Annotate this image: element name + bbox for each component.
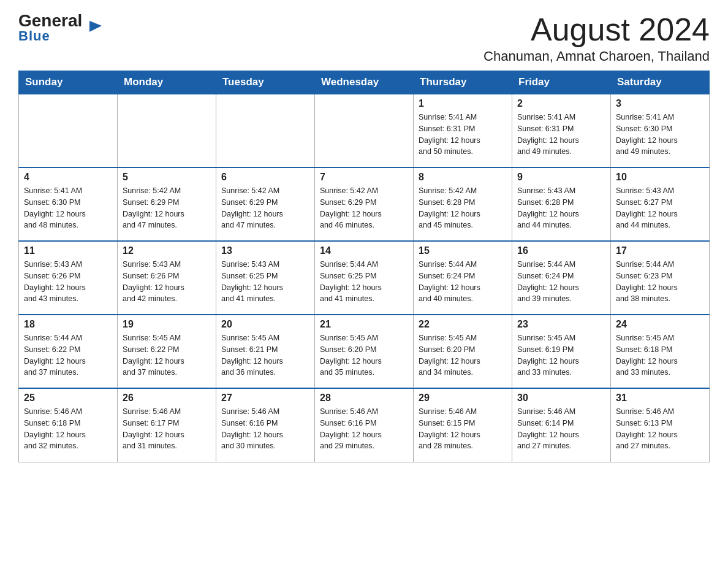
location-title: Chanuman, Amnat Charoen, Thailand [483, 48, 710, 64]
day-number: 5 [123, 172, 211, 183]
day-number: 17 [616, 245, 704, 256]
col-header-thursday: Thursday [414, 71, 512, 94]
calendar-cell: 1Sunrise: 5:41 AMSunset: 6:31 PMDaylight… [414, 94, 512, 167]
calendar-cell: 9Sunrise: 5:43 AMSunset: 6:28 PMDaylight… [512, 167, 611, 241]
day-number: 27 [221, 393, 309, 404]
calendar-cell: 28Sunrise: 5:46 AMSunset: 6:16 PMDayligh… [315, 388, 414, 462]
calendar-table: SundayMondayTuesdayWednesdayThursdayFrid… [18, 71, 710, 462]
calendar-cell: 6Sunrise: 5:42 AMSunset: 6:29 PMDaylight… [216, 167, 315, 241]
calendar-cell: 30Sunrise: 5:46 AMSunset: 6:14 PMDayligh… [512, 388, 611, 462]
day-number: 31 [616, 393, 704, 404]
calendar-cell: 16Sunrise: 5:44 AMSunset: 6:24 PMDayligh… [512, 241, 611, 315]
calendar-cell [315, 94, 414, 167]
day-number: 12 [123, 245, 211, 256]
day-info: Sunrise: 5:44 AMSunset: 6:22 PMDaylight:… [24, 332, 112, 378]
calendar-cell: 3Sunrise: 5:41 AMSunset: 6:30 PMDaylight… [611, 94, 710, 167]
day-info: Sunrise: 5:45 AMSunset: 6:21 PMDaylight:… [221, 332, 309, 378]
col-header-wednesday: Wednesday [315, 71, 414, 94]
day-number: 1 [419, 98, 507, 109]
day-info: Sunrise: 5:41 AMSunset: 6:31 PMDaylight:… [419, 112, 507, 158]
col-header-tuesday: Tuesday [216, 71, 315, 94]
day-number: 6 [221, 172, 309, 183]
day-number: 21 [320, 319, 408, 330]
day-info: Sunrise: 5:46 AMSunset: 6:18 PMDaylight:… [24, 406, 112, 452]
col-header-friday: Friday [512, 71, 611, 94]
calendar-cell: 22Sunrise: 5:45 AMSunset: 6:20 PMDayligh… [414, 315, 512, 388]
day-info: Sunrise: 5:43 AMSunset: 6:26 PMDaylight:… [123, 259, 211, 305]
calendar-cell: 20Sunrise: 5:45 AMSunset: 6:21 PMDayligh… [216, 315, 315, 388]
day-info: Sunrise: 5:44 AMSunset: 6:24 PMDaylight:… [419, 259, 507, 305]
day-number: 18 [24, 319, 112, 330]
day-info: Sunrise: 5:45 AMSunset: 6:18 PMDaylight:… [616, 332, 704, 378]
day-info: Sunrise: 5:45 AMSunset: 6:20 PMDaylight:… [419, 332, 507, 378]
day-number: 30 [517, 393, 605, 404]
day-info: Sunrise: 5:46 AMSunset: 6:17 PMDaylight:… [123, 406, 211, 452]
calendar-cell: 15Sunrise: 5:44 AMSunset: 6:24 PMDayligh… [414, 241, 512, 315]
day-info: Sunrise: 5:45 AMSunset: 6:20 PMDaylight:… [320, 332, 408, 378]
calendar-cell: 31Sunrise: 5:46 AMSunset: 6:13 PMDayligh… [611, 388, 710, 462]
calendar-cell: 18Sunrise: 5:44 AMSunset: 6:22 PMDayligh… [19, 315, 118, 388]
day-info: Sunrise: 5:43 AMSunset: 6:28 PMDaylight:… [517, 185, 605, 231]
day-info: Sunrise: 5:43 AMSunset: 6:25 PMDaylight:… [221, 259, 309, 305]
calendar-cell: 8Sunrise: 5:42 AMSunset: 6:28 PMDaylight… [414, 167, 512, 241]
day-number: 4 [24, 172, 112, 183]
day-number: 20 [221, 319, 309, 330]
calendar-cell: 17Sunrise: 5:44 AMSunset: 6:23 PMDayligh… [611, 241, 710, 315]
calendar-cell: 21Sunrise: 5:45 AMSunset: 6:20 PMDayligh… [315, 315, 414, 388]
logo-triangle-icon [89, 21, 102, 34]
week-row-1: 1Sunrise: 5:41 AMSunset: 6:31 PMDaylight… [19, 94, 710, 167]
logo: General [18, 12, 89, 29]
calendar-cell [216, 94, 315, 167]
day-info: Sunrise: 5:42 AMSunset: 6:29 PMDaylight:… [123, 185, 211, 231]
day-info: Sunrise: 5:42 AMSunset: 6:29 PMDaylight:… [221, 185, 309, 231]
col-header-sunday: Sunday [19, 71, 118, 94]
day-info: Sunrise: 5:46 AMSunset: 6:16 PMDaylight:… [221, 406, 309, 452]
day-info: Sunrise: 5:45 AMSunset: 6:19 PMDaylight:… [517, 332, 605, 378]
calendar-cell: 24Sunrise: 5:45 AMSunset: 6:18 PMDayligh… [611, 315, 710, 388]
month-title: August 2024 [483, 12, 710, 47]
day-number: 25 [24, 393, 112, 404]
day-info: Sunrise: 5:42 AMSunset: 6:29 PMDaylight:… [320, 185, 408, 231]
calendar-cell [19, 94, 118, 167]
day-info: Sunrise: 5:46 AMSunset: 6:14 PMDaylight:… [517, 406, 605, 452]
day-number: 24 [616, 319, 704, 330]
calendar-cell: 26Sunrise: 5:46 AMSunset: 6:17 PMDayligh… [118, 388, 216, 462]
week-row-5: 25Sunrise: 5:46 AMSunset: 6:18 PMDayligh… [19, 388, 710, 462]
week-row-3: 11Sunrise: 5:43 AMSunset: 6:26 PMDayligh… [19, 241, 710, 315]
day-info: Sunrise: 5:46 AMSunset: 6:16 PMDaylight:… [320, 406, 408, 452]
day-number: 29 [419, 393, 507, 404]
day-info: Sunrise: 5:42 AMSunset: 6:28 PMDaylight:… [419, 185, 507, 231]
day-info: Sunrise: 5:43 AMSunset: 6:27 PMDaylight:… [616, 185, 704, 231]
day-number: 8 [419, 172, 507, 183]
day-info: Sunrise: 5:44 AMSunset: 6:23 PMDaylight:… [616, 259, 704, 305]
day-number: 22 [419, 319, 507, 330]
day-number: 15 [419, 245, 507, 256]
col-header-monday: Monday [118, 71, 216, 94]
calendar-cell: 13Sunrise: 5:43 AMSunset: 6:25 PMDayligh… [216, 241, 315, 315]
title-area: August 2024 Chanuman, Amnat Charoen, Tha… [483, 12, 710, 64]
day-number: 19 [123, 319, 211, 330]
calendar-header-row: SundayMondayTuesdayWednesdayThursdayFrid… [19, 71, 710, 94]
day-number: 2 [517, 98, 605, 109]
svg-marker-0 [89, 21, 102, 32]
day-info: Sunrise: 5:46 AMSunset: 6:15 PMDaylight:… [419, 406, 507, 452]
col-header-saturday: Saturday [611, 71, 710, 94]
calendar-cell: 7Sunrise: 5:42 AMSunset: 6:29 PMDaylight… [315, 167, 414, 241]
day-info: Sunrise: 5:44 AMSunset: 6:24 PMDaylight:… [517, 259, 605, 305]
day-number: 26 [123, 393, 211, 404]
calendar-cell: 19Sunrise: 5:45 AMSunset: 6:22 PMDayligh… [118, 315, 216, 388]
calendar-cell: 4Sunrise: 5:41 AMSunset: 6:30 PMDaylight… [19, 167, 118, 241]
day-info: Sunrise: 5:41 AMSunset: 6:30 PMDaylight:… [616, 112, 704, 158]
day-number: 28 [320, 393, 408, 404]
calendar-cell: 10Sunrise: 5:43 AMSunset: 6:27 PMDayligh… [611, 167, 710, 241]
calendar-cell: 5Sunrise: 5:42 AMSunset: 6:29 PMDaylight… [118, 167, 216, 241]
logo-blue: Blue [18, 28, 50, 44]
day-info: Sunrise: 5:41 AMSunset: 6:30 PMDaylight:… [24, 185, 112, 231]
day-number: 13 [221, 245, 309, 256]
day-info: Sunrise: 5:43 AMSunset: 6:26 PMDaylight:… [24, 259, 112, 305]
day-number: 16 [517, 245, 605, 256]
day-number: 10 [616, 172, 704, 183]
calendar-cell: 11Sunrise: 5:43 AMSunset: 6:26 PMDayligh… [19, 241, 118, 315]
calendar-cell: 23Sunrise: 5:45 AMSunset: 6:19 PMDayligh… [512, 315, 611, 388]
day-number: 14 [320, 245, 408, 256]
